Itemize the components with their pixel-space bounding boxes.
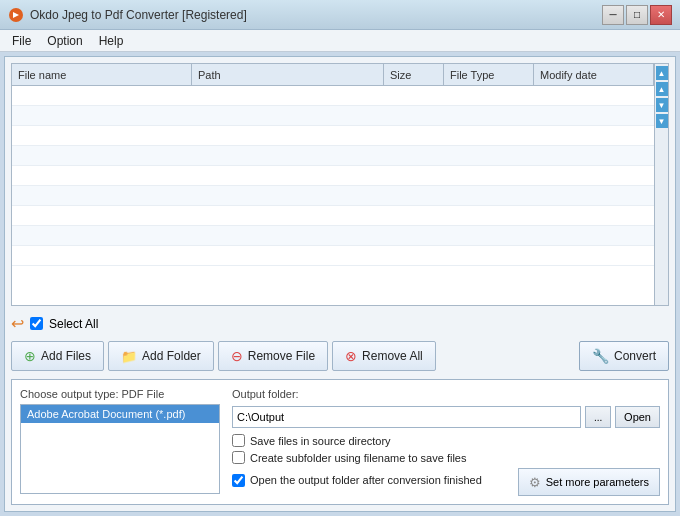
add-folder-button[interactable]: 📁 Add Folder xyxy=(108,341,214,371)
file-table-container: File name Path Size File Type Modify dat… xyxy=(11,63,669,306)
output-type-list[interactable]: Adobe Acrobat Document (*.pdf) xyxy=(20,404,220,494)
scroll-top-button[interactable]: ▲ xyxy=(656,66,668,80)
remove-file-icon: ⊖ xyxy=(231,348,243,364)
convert-icon: 🔧 xyxy=(592,348,609,364)
remove-file-button[interactable]: ⊖ Remove File xyxy=(218,341,328,371)
table-row xyxy=(12,106,668,126)
menu-option[interactable]: Option xyxy=(39,32,90,50)
table-row xyxy=(12,86,668,106)
output-type-panel: Choose output type: PDF File Adobe Acrob… xyxy=(20,388,220,496)
menu-bar: File Option Help xyxy=(0,30,680,52)
convert-label: Convert xyxy=(614,349,656,363)
add-folder-icon: 📁 xyxy=(121,349,137,364)
output-type-label: Choose output type: PDF File xyxy=(20,388,220,400)
output-folder-row: Output folder: xyxy=(232,388,660,400)
table-row xyxy=(12,186,668,206)
convert-button[interactable]: 🔧 Convert xyxy=(579,341,669,371)
file-table-header: File name Path Size File Type Modify dat… xyxy=(12,64,668,86)
minimize-button[interactable]: ─ xyxy=(602,5,624,25)
open-after-label[interactable]: Open the output folder after conversion … xyxy=(250,474,482,486)
add-files-button[interactable]: ⊕ Add Files xyxy=(11,341,104,371)
remove-file-label: Remove File xyxy=(248,349,315,363)
create-subfolder-checkbox[interactable] xyxy=(232,451,245,464)
main-window: File name Path Size File Type Modify dat… xyxy=(4,56,676,512)
save-source-row: Save files in source directory xyxy=(232,434,660,447)
menu-help[interactable]: Help xyxy=(91,32,132,50)
maximize-button[interactable]: □ xyxy=(626,5,648,25)
window-title: Okdo Jpeg to Pdf Converter [Registered] xyxy=(30,8,247,22)
create-subfolder-label[interactable]: Create subfolder using filename to save … xyxy=(250,452,466,464)
file-table-body[interactable] xyxy=(12,86,668,305)
bottom-row: Open the output folder after conversion … xyxy=(232,468,660,496)
remove-all-icon: ⊗ xyxy=(345,348,357,364)
output-folder-label: Output folder: xyxy=(232,388,299,400)
table-row xyxy=(12,246,668,266)
select-all-row: ↩ Select All xyxy=(11,312,669,335)
output-type-item[interactable]: Adobe Acrobat Document (*.pdf) xyxy=(21,405,219,423)
col-header-filetype: File Type xyxy=(444,64,534,85)
scroll-area: ▲ ▲ ▼ ▼ xyxy=(654,64,668,305)
close-button[interactable]: ✕ xyxy=(650,5,672,25)
scroll-up-button[interactable]: ▲ xyxy=(656,82,668,96)
table-row xyxy=(12,226,668,246)
table-row xyxy=(12,166,668,186)
select-all-label[interactable]: Select All xyxy=(49,317,98,331)
col-header-path: Path xyxy=(192,64,384,85)
menu-file[interactable]: File xyxy=(4,32,39,50)
set-more-params-button[interactable]: ⚙ Set more parameters xyxy=(518,468,660,496)
toolbar-row: ⊕ Add Files 📁 Add Folder ⊖ Remove File ⊗… xyxy=(11,341,669,371)
title-bar: Okdo Jpeg to Pdf Converter [Registered] … xyxy=(0,0,680,30)
save-source-checkbox[interactable] xyxy=(232,434,245,447)
output-section: Choose output type: PDF File Adobe Acrob… xyxy=(11,379,669,505)
table-row xyxy=(12,126,668,146)
app-icon xyxy=(8,7,24,23)
save-source-label[interactable]: Save files in source directory xyxy=(250,435,391,447)
output-options-panel: Output folder: ... Open Save files in so… xyxy=(232,388,660,496)
select-all-checkbox[interactable] xyxy=(30,317,43,330)
add-files-label: Add Files xyxy=(41,349,91,363)
scroll-bottom-button[interactable]: ▼ xyxy=(656,114,668,128)
set-more-params-label: Set more parameters xyxy=(546,476,649,488)
open-folder-button[interactable]: Open xyxy=(615,406,660,428)
browse-button[interactable]: ... xyxy=(585,406,611,428)
title-bar-left: Okdo Jpeg to Pdf Converter [Registered] xyxy=(8,7,247,23)
add-files-icon: ⊕ xyxy=(24,348,36,364)
title-bar-controls: ─ □ ✕ xyxy=(602,5,672,25)
scroll-down-button[interactable]: ▼ xyxy=(656,98,668,112)
remove-all-label: Remove All xyxy=(362,349,423,363)
select-all-icon: ↩ xyxy=(11,314,24,333)
col-header-filename: File name xyxy=(12,64,192,85)
output-folder-input[interactable] xyxy=(232,406,581,428)
open-after-row: Open the output folder after conversion … xyxy=(232,474,482,487)
create-subfolder-row: Create subfolder using filename to save … xyxy=(232,451,660,464)
output-folder-input-row: ... Open xyxy=(232,406,660,428)
col-header-size: Size xyxy=(384,64,444,85)
remove-all-button[interactable]: ⊗ Remove All xyxy=(332,341,436,371)
table-row xyxy=(12,146,668,166)
add-folder-label: Add Folder xyxy=(142,349,201,363)
gear-icon: ⚙ xyxy=(529,475,541,490)
table-row xyxy=(12,206,668,226)
open-after-checkbox[interactable] xyxy=(232,474,245,487)
col-header-modifydate: Modify date xyxy=(534,64,654,85)
